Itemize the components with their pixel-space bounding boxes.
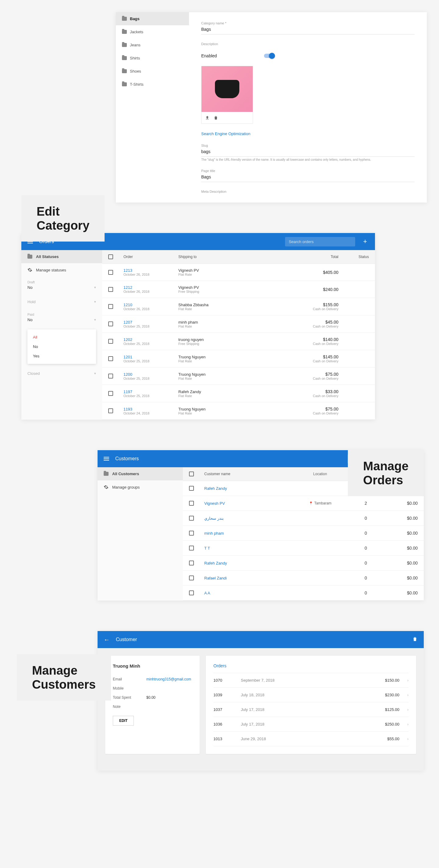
customer-name: Truong Minh bbox=[113, 663, 192, 669]
customer-row[interactable]: minh pham0$0.00 bbox=[183, 526, 424, 541]
shipping-name: minh pham bbox=[178, 320, 284, 324]
row-checkbox[interactable] bbox=[189, 516, 194, 521]
order-number[interactable]: 1201 bbox=[123, 355, 178, 359]
category-item[interactable]: Bags bbox=[116, 12, 189, 25]
row-checkbox[interactable] bbox=[108, 356, 113, 361]
customer-name-link[interactable]: Rafeh Zandy bbox=[204, 561, 227, 565]
filter-all-statuses[interactable]: All Statuses bbox=[21, 250, 102, 263]
row-checkbox[interactable] bbox=[108, 270, 113, 275]
customer-row[interactable]: Vignesh PV📍Tambaram2$0.00 bbox=[183, 496, 424, 511]
order-row[interactable]: 1207October 25, 2018minh phamFlat Rate$4… bbox=[102, 315, 375, 333]
manage-statuses[interactable]: Manage statuses bbox=[21, 263, 102, 277]
edit-customer-button[interactable]: EDIT bbox=[113, 716, 134, 725]
order-row[interactable]: 1197October 25, 2018Rafeh ZandyFlat Rate… bbox=[102, 385, 375, 402]
customer-name-link[interactable]: Rafael Zandi bbox=[204, 576, 227, 580]
delete-customer-icon[interactable] bbox=[412, 636, 418, 643]
customer-order-row[interactable]: 1070September 7, 2018$150.00› bbox=[213, 673, 409, 688]
customer-order-row[interactable]: 1037July 17, 2018$125.00› bbox=[213, 703, 409, 717]
total-spent-label: Total Spent bbox=[113, 695, 146, 700]
filter-paid-select[interactable]: No▾ bbox=[27, 316, 96, 323]
order-row[interactable]: 1201October 25, 2018Truong NguyenFlat Ra… bbox=[102, 350, 375, 368]
hamburger-icon[interactable] bbox=[104, 457, 109, 461]
customer-order-row[interactable]: 1039July 18, 2018$230.00› bbox=[213, 688, 409, 703]
row-checkbox[interactable] bbox=[108, 287, 113, 292]
add-order-button[interactable]: + bbox=[361, 238, 369, 246]
page-title-input[interactable]: Bags bbox=[201, 173, 415, 182]
row-checkbox[interactable] bbox=[108, 321, 113, 326]
category-sidebar: BagsJacketsJeansShirtsShoesT-Shirts bbox=[116, 12, 189, 203]
order-row[interactable]: 1210October 26, 2018Shabba ZbbashaFlat R… bbox=[102, 298, 375, 315]
row-checkbox[interactable] bbox=[189, 531, 194, 535]
sidebar-all-customers[interactable]: All Customers bbox=[98, 467, 183, 480]
dropdown-option[interactable]: All bbox=[27, 333, 96, 342]
order-row[interactable]: 1202October 25, 2018truong nguyenFree Sh… bbox=[102, 333, 375, 350]
row-checkbox[interactable] bbox=[189, 590, 194, 595]
row-checkbox[interactable] bbox=[108, 304, 113, 309]
folder-icon bbox=[122, 30, 127, 34]
seo-section-title: Search Engine Optimization bbox=[201, 131, 415, 136]
order-row[interactable]: 1193October 24, 2018Truong NguyenFlat Ra… bbox=[102, 402, 375, 420]
folder-icon bbox=[122, 82, 127, 86]
category-item[interactable]: Jackets bbox=[116, 25, 189, 38]
search-orders-input[interactable]: Search orders bbox=[285, 237, 355, 246]
filter-hold-select[interactable]: Hold▾ bbox=[27, 298, 96, 305]
category-item[interactable]: T-Shirts bbox=[116, 78, 189, 91]
row-checkbox[interactable] bbox=[189, 501, 194, 506]
row-checkbox[interactable] bbox=[108, 391, 113, 396]
order-number[interactable]: 1193 bbox=[123, 407, 178, 411]
order-row[interactable]: 1213October 26, 2018Vignesh PVFlat Rate$… bbox=[102, 264, 375, 281]
row-checkbox[interactable] bbox=[108, 374, 113, 378]
select-all-checkbox[interactable] bbox=[189, 471, 194, 476]
row-checkbox[interactable] bbox=[189, 561, 194, 565]
order-number[interactable]: 1212 bbox=[123, 285, 178, 290]
row-checkbox[interactable] bbox=[189, 546, 194, 551]
customer-total-spent: $0.00 bbox=[381, 561, 418, 565]
upload-icon[interactable] bbox=[205, 115, 210, 121]
row-checkbox[interactable] bbox=[189, 576, 194, 580]
select-all-checkbox[interactable] bbox=[108, 254, 113, 259]
order-number[interactable]: 1210 bbox=[123, 303, 178, 307]
customer-row[interactable]: Rafael Zandi0$0.00 bbox=[183, 570, 424, 586]
customer-info-card: Truong Minh Emailminhtruong315@gmail.com… bbox=[105, 656, 200, 754]
dropdown-option[interactable]: Yes bbox=[27, 351, 96, 361]
customer-name-link[interactable]: Rafeh Zandy bbox=[204, 486, 227, 491]
customer-row[interactable]: A A0$0.00 bbox=[183, 586, 424, 600]
order-number[interactable]: 1200 bbox=[123, 372, 178, 377]
order-number[interactable]: 1207 bbox=[123, 320, 178, 324]
customer-order-count: 0 bbox=[351, 576, 381, 580]
customer-name-link[interactable]: Vignesh PV bbox=[204, 501, 225, 506]
customer-name-link[interactable]: A A bbox=[204, 591, 210, 595]
customer-order-row[interactable]: 1013June 29, 2018$55.00› bbox=[213, 732, 409, 746]
shipping-method: Flat Rate bbox=[178, 273, 284, 276]
row-checkbox[interactable] bbox=[108, 339, 113, 344]
enabled-toggle[interactable] bbox=[264, 54, 274, 58]
sidebar-manage-groups[interactable]: Manage groups bbox=[98, 480, 183, 494]
order-number[interactable]: 1202 bbox=[123, 337, 178, 342]
order-row[interactable]: 1200October 25, 2018Truong NguyenFlat Ra… bbox=[102, 368, 375, 385]
row-checkbox[interactable] bbox=[108, 408, 113, 413]
category-item[interactable]: Jeans bbox=[116, 38, 189, 52]
category-name-input[interactable]: Bags bbox=[201, 25, 415, 34]
customer-name-link[interactable]: T T bbox=[204, 546, 210, 551]
customer-row[interactable]: بندر سحاري0$0.00 bbox=[183, 511, 424, 526]
filter-draft-select[interactable]: No▾ bbox=[27, 284, 96, 291]
row-checkbox[interactable] bbox=[189, 486, 194, 491]
dropdown-option[interactable]: No bbox=[27, 342, 96, 351]
chevron-down-icon: ▾ bbox=[94, 285, 96, 289]
delete-icon[interactable] bbox=[213, 115, 219, 121]
slug-input[interactable]: bags bbox=[201, 147, 415, 157]
back-arrow-icon[interactable]: ← bbox=[104, 636, 110, 643]
order-number[interactable]: 1197 bbox=[123, 390, 178, 394]
order-number[interactable]: 1213 bbox=[123, 268, 178, 273]
filter-closed-select[interactable]: Closed▾ bbox=[27, 370, 96, 377]
category-item[interactable]: Shirts bbox=[116, 52, 189, 65]
customer-name-link[interactable]: بندر سحاري bbox=[204, 516, 224, 521]
customer-name-link[interactable]: minh pham bbox=[204, 531, 224, 535]
customer-order-row[interactable]: 1036July 17, 2018$250.00› bbox=[213, 717, 409, 732]
category-item[interactable]: Shoes bbox=[116, 65, 189, 78]
order-row[interactable]: 1212October 26, 2018Vignesh PVFree Shipp… bbox=[102, 281, 375, 298]
customer-row[interactable]: Rafeh Zandy0$0.00 bbox=[183, 556, 424, 570]
chevron-down-icon: ▾ bbox=[94, 300, 96, 304]
email-value[interactable]: minhtruong315@gmail.com bbox=[146, 677, 192, 681]
customer-row[interactable]: T T0$0.00 bbox=[183, 541, 424, 556]
